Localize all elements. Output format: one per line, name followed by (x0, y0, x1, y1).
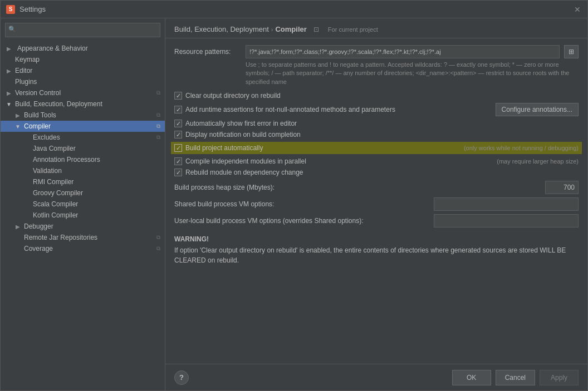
sidebar-item-label: RMI Compiler (33, 178, 74, 186)
user-local-vm-row: User-local build process VM options (ove… (174, 214, 579, 227)
resource-patterns-label: Resource patterns: (174, 48, 241, 56)
shared-vm-label: Shared build process VM options: (174, 200, 429, 208)
compile-parallel-row: Compile independent modules in parallel … (174, 157, 579, 165)
rebuild-dependency-row: Rebuild module on dependency change (174, 169, 579, 176)
sidebar-item-rmi-compiler[interactable]: ▶ RMI Compiler (1, 176, 165, 187)
heap-size-label: Build process heap size (Mbytes): (174, 184, 541, 191)
sidebar-item-excludes[interactable]: ▶ Excludes ⧉ (1, 132, 165, 143)
search-box (5, 23, 160, 37)
arrow-icon-open: ▼ (5, 100, 13, 108)
shared-vm-input[interactable] (434, 197, 579, 211)
footer: ? OK Cancel Apply (165, 364, 587, 390)
clear-output-checkbox[interactable] (174, 92, 182, 100)
sidebar-item-build-exec-deploy[interactable]: ▼ Build, Execution, Deployment (1, 98, 165, 110)
close-button[interactable]: ✕ (573, 5, 582, 14)
sidebar-item-build-tools[interactable]: ▶ Build Tools ⧉ (1, 110, 165, 121)
shared-vm-row: Shared build process VM options: (174, 197, 579, 211)
titlebar: S Settings ✕ (1, 1, 587, 18)
sidebar-item-label: Appearance & Behavior (17, 44, 88, 52)
footer-left: ? (174, 370, 189, 385)
sidebar: ▶ Appearance & Behavior ▶ Keymap ▶ Edito… (1, 18, 165, 390)
copy-icon: ⧉ (156, 123, 160, 130)
settings-tree: ▶ Appearance & Behavior ▶ Keymap ▶ Edito… (1, 42, 165, 390)
sidebar-item-label: Build Tools (24, 111, 56, 119)
sidebar-item-appearance[interactable]: ▶ Appearance & Behavior (1, 43, 165, 54)
rebuild-dependency-wrap: Rebuild module on dependency change (174, 169, 579, 176)
sidebar-item-label: Coverage (24, 245, 53, 253)
sidebar-item-label: Build, Execution, Deployment (15, 100, 102, 108)
sidebar-item-label: Java Compiler (33, 145, 76, 152)
sidebar-item-label: Validation (33, 167, 62, 175)
compile-parallel-checkbox[interactable] (174, 157, 182, 165)
arrow-icon: ▶ (5, 67, 13, 75)
build-automatically-label: Build project automatically (185, 144, 263, 152)
display-notification-wrap: Display notification on build completion (174, 131, 579, 138)
main-content-area: ▶ Appearance & Behavior ▶ Keymap ▶ Edito… (1, 18, 587, 390)
sidebar-item-scala-compiler[interactable]: ▶ Scala Compiler (1, 199, 165, 210)
sidebar-item-label: Plugins (15, 78, 37, 86)
add-runtime-row: Add runtime assertions for not-null-anno… (174, 103, 579, 116)
sidebar-item-remote-jar-repos[interactable]: ▶ Remote Jar Repositories ⧉ (1, 232, 165, 243)
user-local-vm-label: User-local build process VM options (ove… (174, 217, 429, 225)
sidebar-item-label: Annotation Processors (33, 156, 100, 164)
sidebar-item-plugins[interactable]: ▶ Plugins (1, 76, 165, 87)
resource-patterns-input[interactable] (246, 45, 560, 58)
sidebar-item-keymap[interactable]: ▶ Keymap (1, 54, 165, 65)
auto-show-error-checkbox[interactable] (174, 120, 182, 127)
resource-patterns-hint: Use ; to separate patterns and ! to nega… (246, 61, 579, 86)
sidebar-item-kotlin-compiler[interactable]: ▶ Kotlin Compiler (1, 210, 165, 221)
app-icon: S (6, 5, 15, 14)
sidebar-item-label: Version Control (15, 89, 61, 97)
help-button[interactable]: ? (174, 370, 189, 385)
configure-annotations-button[interactable]: Configure annotations... (496, 103, 579, 116)
display-notification-row: Display notification on build completion (174, 131, 579, 138)
sidebar-item-java-compiler[interactable]: ▶ Java Compiler (1, 143, 165, 154)
sidebar-item-compiler[interactable]: ▼ Compiler ⧉ (1, 121, 165, 132)
copy-icon: ⧉ (156, 234, 160, 241)
user-local-vm-input[interactable] (434, 214, 579, 227)
clear-output-row: Clear output directory on rebuild (174, 92, 579, 100)
rebuild-dependency-checkbox[interactable] (174, 169, 182, 176)
sidebar-item-label: Scala Compiler (33, 200, 78, 208)
resource-patterns-button[interactable]: ⊞ (564, 45, 579, 58)
build-automatically-wrap: Build project automatically (174, 144, 460, 152)
sidebar-item-validation[interactable]: ▶ Validation (1, 165, 165, 176)
settings-window: S Settings ✕ ▶ Appearance & Behavior ▶ K (0, 0, 588, 391)
build-automatically-checkbox[interactable] (174, 144, 182, 152)
cancel-button[interactable]: Cancel (496, 370, 535, 385)
arrow-icon: ▶ (5, 44, 13, 52)
sidebar-item-groovy-compiler[interactable]: ▶ Groovy Compiler (1, 187, 165, 199)
sidebar-item-debugger[interactable]: ▶ Debugger (1, 221, 165, 232)
auto-show-error-wrap: Automatically show first error in editor (174, 120, 579, 127)
breadcrumb-separator: › (271, 26, 273, 33)
display-notification-checkbox[interactable] (174, 131, 182, 138)
copy-icon: ⧉ (156, 245, 160, 252)
search-input[interactable] (5, 23, 160, 37)
apply-button[interactable]: Apply (540, 370, 579, 385)
sidebar-item-editor[interactable]: ▶ Editor (1, 65, 165, 76)
add-runtime-checkbox[interactable] (174, 106, 182, 113)
build-automatically-row: Build project automatically (only works … (171, 142, 582, 154)
ok-button[interactable]: OK (452, 370, 491, 385)
add-runtime-label: Add runtime assertions for not-null-anno… (185, 106, 395, 113)
sidebar-item-label: Keymap (15, 56, 40, 63)
compile-parallel-note: (may require larger heap size) (497, 158, 579, 165)
heap-size-row: Build process heap size (Mbytes): (174, 181, 579, 194)
copy-icon: ⧉ (156, 134, 160, 141)
breadcrumb-parent: Build, Execution, Deployment (174, 25, 269, 33)
sidebar-item-label: Compiler (24, 122, 51, 130)
sidebar-item-coverage[interactable]: ▶ Coverage ⧉ (1, 243, 165, 254)
sidebar-item-label: Remote Jar Repositories (24, 234, 97, 241)
window-title: Settings (19, 5, 46, 13)
sidebar-item-version-control[interactable]: ▶ Version Control ⧉ (1, 87, 165, 98)
auto-show-error-label: Automatically show first error in editor (185, 120, 297, 127)
project-icon: ⊡ (313, 26, 319, 33)
warning-box: WARNING! If option 'Clear output directo… (174, 235, 579, 265)
sidebar-item-annotation-processors[interactable]: ▶ Annotation Processors (1, 154, 165, 165)
auto-show-error-row: Automatically show first error in editor (174, 120, 579, 127)
heap-size-input[interactable] (545, 181, 579, 194)
sidebar-item-label: Debugger (24, 222, 53, 230)
copy-icon: ⧉ (156, 90, 160, 96)
arrow-icon: ▶ (14, 222, 22, 230)
warning-text: If option 'Clear output directory on reb… (174, 245, 579, 265)
